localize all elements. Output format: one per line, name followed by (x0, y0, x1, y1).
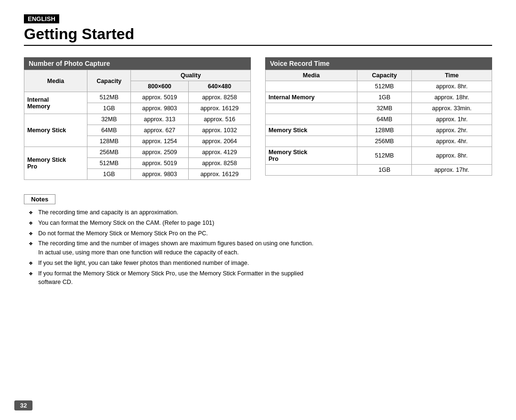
table-row: Memory Stick 128MB approx. 2hr. (266, 125, 492, 136)
photo-col-res1: 800×600 (131, 81, 188, 92)
table-row: 32MB approx. 33min. (266, 103, 492, 114)
notes-label: Notes (24, 194, 55, 204)
list-item: Do not format the Memory Stick or Memory… (29, 229, 492, 238)
table-row: Memory StickPro 256MB approx. 2509 appro… (24, 147, 251, 158)
photo-header: Number of Photo Capture (24, 57, 251, 70)
table-row: InternalMemory 512MB approx. 5019 approx… (24, 92, 251, 103)
voice-header: Voice Record Time (265, 57, 492, 70)
table-row: 512MB approx. 8hr. (266, 81, 492, 92)
table-row: 1GB approx. 17hr. (266, 165, 492, 176)
list-item: If you format the Memory Stick or Memory… (29, 269, 492, 287)
page: ENGLISH Getting Started Number of Photo … (0, 0, 516, 420)
list-item: If you set the light, you can take fewer… (29, 259, 492, 268)
page-title: Getting Started (24, 25, 492, 43)
table-row: Internal Memory 1GB approx. 18hr. (266, 92, 492, 103)
photo-col-capacity: Capacity (87, 70, 131, 92)
title-divider (24, 45, 492, 46)
notes-list: The recording time and capacity is an ap… (24, 208, 492, 287)
table-row: Memory Stick 32MB approx. 313 approx. 51… (24, 114, 251, 125)
photo-section: Number of Photo Capture Media Capacity Q… (24, 57, 251, 180)
photo-col-res2: 640×480 (188, 81, 250, 92)
table-row: Memory StickPro 512MB approx. 8hr. (266, 147, 492, 165)
tables-container: Number of Photo Capture Media Capacity Q… (24, 57, 492, 180)
voice-section: Voice Record Time Media Capacity Time 51… (265, 57, 492, 180)
list-item: The recording time and capacity is an ap… (29, 208, 492, 217)
voice-col-time: Time (412, 70, 492, 81)
photo-col-media: Media (24, 70, 87, 92)
language-badge: ENGLISH (24, 14, 59, 23)
page-number: 32 (14, 400, 32, 410)
voice-col-media: Media (266, 70, 357, 81)
photo-col-quality: Quality (131, 70, 251, 81)
voice-table: Media Capacity Time 512MB approx. 8hr. I… (265, 70, 492, 176)
table-row: 64MB approx. 1hr. (266, 114, 492, 125)
list-item: The recording time and the number of ima… (29, 239, 492, 257)
notes-section: Notes The recording time and capacity is… (24, 194, 492, 287)
table-row: 256MB approx. 4hr. (266, 136, 492, 147)
voice-col-capacity: Capacity (357, 70, 412, 81)
photo-table: Media Capacity Quality 800×600 640×480 I… (24, 70, 251, 180)
list-item: You can format the Memory Stick on the C… (29, 219, 492, 228)
